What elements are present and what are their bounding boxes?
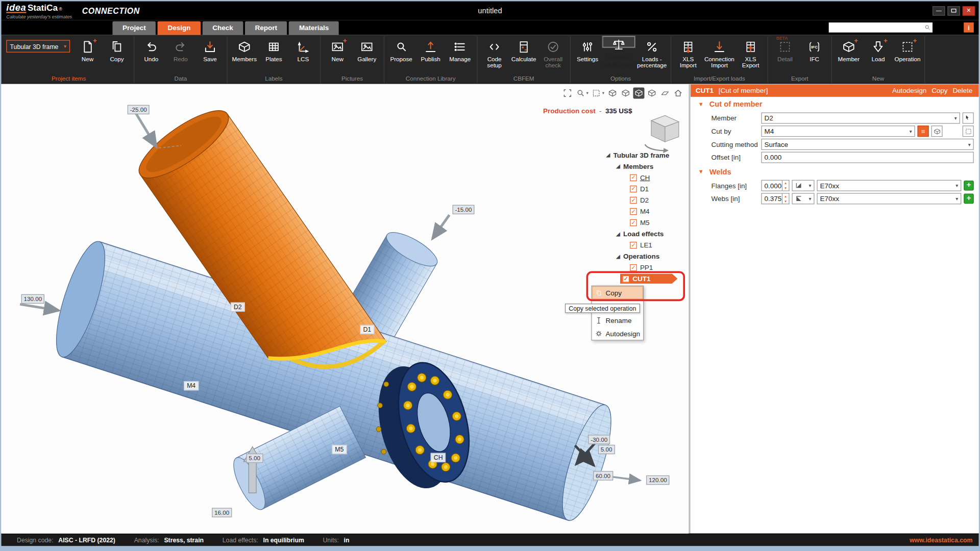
new-load-button[interactable]: + Load xyxy=(864,36,892,75)
context-menu-rename[interactable]: Rename xyxy=(592,314,643,327)
website-link[interactable]: www.ideastatica.com xyxy=(910,537,972,543)
expander-icon[interactable]: ◢ xyxy=(616,163,620,169)
tree-item-m4[interactable]: ✓ M4 xyxy=(602,206,689,217)
member-label-m4[interactable]: M4 xyxy=(184,381,199,390)
flanges-size-stepper[interactable]: ▴▾ xyxy=(782,180,789,191)
redo-button[interactable]: Redo xyxy=(166,36,195,75)
picture-new-button[interactable]: + New xyxy=(323,36,352,75)
tab-project[interactable]: Project xyxy=(112,21,156,35)
cut-by-grid-button[interactable] xyxy=(963,126,974,137)
loads-in-equilibrium-button[interactable]: Loads in equilibrium xyxy=(602,36,635,47)
cutting-method-select[interactable]: Surface ▾ xyxy=(761,139,973,150)
propose-button[interactable]: Propose xyxy=(387,36,415,75)
tab-materials[interactable]: Materials xyxy=(289,21,339,35)
labels-plates-button[interactable]: Plates xyxy=(259,36,288,75)
labels-members-button[interactable]: Members xyxy=(230,36,259,75)
tree-group-members[interactable]: ◢ Members xyxy=(602,161,689,172)
zoom-mode-button[interactable]: ▾ xyxy=(575,87,590,98)
panel-autodesign-button[interactable]: Autodesign xyxy=(892,87,926,94)
flanges-weld-type-select[interactable]: ▾ xyxy=(792,180,814,191)
detail-export-button[interactable]: BETA Detail xyxy=(771,36,799,75)
checkbox-checked[interactable]: ✓ xyxy=(630,185,636,192)
publish-button[interactable]: Publish xyxy=(416,36,445,75)
ifc-export-button[interactable]: IFC xyxy=(800,36,828,75)
expander-icon[interactable]: ◢ xyxy=(606,152,610,158)
tree-item-cut1[interactable]: ✓ CUT1 xyxy=(602,273,689,284)
checkbox-checked[interactable]: ✓ xyxy=(630,174,636,181)
tab-check[interactable]: Check xyxy=(203,21,243,35)
expander-icon[interactable]: ◢ xyxy=(616,254,620,259)
undo-button[interactable]: Undo xyxy=(137,36,165,75)
expander-icon[interactable]: ◢ xyxy=(616,231,620,236)
member-select[interactable]: D2 ▾ xyxy=(761,112,960,123)
tree-item-le1[interactable]: ✓ LE1 xyxy=(602,239,689,251)
section-collapse-icon[interactable]: ▼ xyxy=(698,169,704,175)
webs-add-weld-button[interactable]: + xyxy=(964,194,974,204)
search-input[interactable] xyxy=(829,23,924,32)
offset-input[interactable]: 0.000 xyxy=(761,152,973,163)
context-menu-autodesign[interactable]: Autodesign xyxy=(592,327,643,340)
step-up-icon[interactable]: ▴ xyxy=(782,181,789,186)
tab-design[interactable]: Design xyxy=(158,21,201,35)
section-collapse-icon[interactable]: ▼ xyxy=(698,101,704,107)
cut-by-select[interactable]: M4 ▾ xyxy=(761,126,915,137)
tree-item-d2[interactable]: ✓ D2 xyxy=(602,194,689,206)
flanges-size-input[interactable]: 0.000 xyxy=(761,180,782,191)
tree-item-d1[interactable]: ✓ D1 xyxy=(602,183,689,194)
calculate-button[interactable]: Calculate xyxy=(509,36,538,75)
checkbox-checked[interactable]: ✓ xyxy=(630,208,636,214)
new-project-item-button[interactable]: + New xyxy=(73,36,102,75)
checkbox-checked[interactable]: ✓ xyxy=(630,241,636,248)
home-view-button[interactable] xyxy=(673,87,684,98)
member-label-d2[interactable]: D2 xyxy=(231,303,245,312)
3d-viewport[interactable]: ▾ ▾ Production cost - 335 US$ xyxy=(1,84,689,533)
view-axonometry-button[interactable] xyxy=(607,87,618,98)
view-wireframe-button[interactable] xyxy=(620,87,631,98)
flanges-add-weld-button[interactable]: + xyxy=(964,181,974,191)
tree-group-operations[interactable]: ◢ Operations xyxy=(602,251,689,262)
cut-by-list-mode-button[interactable]: ≡ xyxy=(918,126,929,137)
section-plane-button[interactable] xyxy=(659,87,671,98)
info-button[interactable]: i xyxy=(964,22,974,33)
webs-size-input[interactable]: 0.375 xyxy=(761,193,782,204)
cut1-selected-banner[interactable]: ✓ CUT1 xyxy=(620,273,678,284)
member-label-ch[interactable]: CH xyxy=(431,453,446,462)
new-member-button[interactable]: + Member xyxy=(835,36,863,75)
panel-copy-button[interactable]: Copy xyxy=(932,87,947,94)
context-menu-copy[interactable]: Copy xyxy=(592,286,643,299)
tab-report[interactable]: Report xyxy=(245,21,287,35)
copy-project-item-button[interactable]: Copy xyxy=(103,36,131,75)
tree-item-ch[interactable]: ✓ CH xyxy=(602,172,689,183)
pick-member-button[interactable] xyxy=(963,112,974,123)
step-down-icon[interactable]: ▾ xyxy=(782,186,789,191)
tree-root[interactable]: ◢ Tubular 3D frame xyxy=(602,149,689,161)
close-button[interactable]: ✕ xyxy=(963,6,975,15)
member-label-m5[interactable]: M5 xyxy=(332,445,347,454)
checkbox-checked[interactable]: ✓ xyxy=(630,264,636,270)
flanges-electrode-select[interactable]: E70xx ▾ xyxy=(817,180,961,191)
labels-lcs-button[interactable]: LCS xyxy=(289,36,317,75)
fit-view-button[interactable] xyxy=(562,87,573,98)
tree-item-pp1[interactable]: ✓ PP1 xyxy=(602,262,689,273)
xls-import-button[interactable]: XLS Import xyxy=(674,36,702,75)
step-down-icon[interactable]: ▾ xyxy=(782,198,789,204)
code-setup-button[interactable]: Code setup xyxy=(480,36,508,75)
new-operation-button[interactable]: + Operation xyxy=(893,36,922,75)
view-solid-button[interactable] xyxy=(633,87,644,98)
tree-item-m5[interactable]: ✓ M5 xyxy=(602,217,689,228)
panel-delete-button[interactable]: Delete xyxy=(952,87,972,94)
save-button[interactable]: Save xyxy=(195,36,224,75)
cut-by-solid-mode-button[interactable] xyxy=(932,126,943,137)
tree-group-load-effects[interactable]: ◢ Load effects xyxy=(602,228,689,239)
selection-mode-button[interactable]: ▾ xyxy=(591,87,605,98)
template-select[interactable]: Tubular 3D frame ▾ xyxy=(6,40,70,52)
settings-button[interactable]: Settings xyxy=(573,36,602,75)
picture-gallery-button[interactable]: Gallery xyxy=(353,36,381,75)
xls-export-button[interactable]: XLS Export xyxy=(736,36,765,75)
loads-percentage-button[interactable]: Loads - percentage xyxy=(635,36,668,75)
webs-weld-type-select[interactable]: ▾ xyxy=(792,193,814,204)
checkbox-checked[interactable]: ✓ xyxy=(623,275,629,282)
connection-import-button[interactable]: Connection Import xyxy=(703,36,736,75)
manage-button[interactable]: Manage xyxy=(446,36,474,75)
webs-electrode-select[interactable]: E70xx ▾ xyxy=(817,193,961,204)
